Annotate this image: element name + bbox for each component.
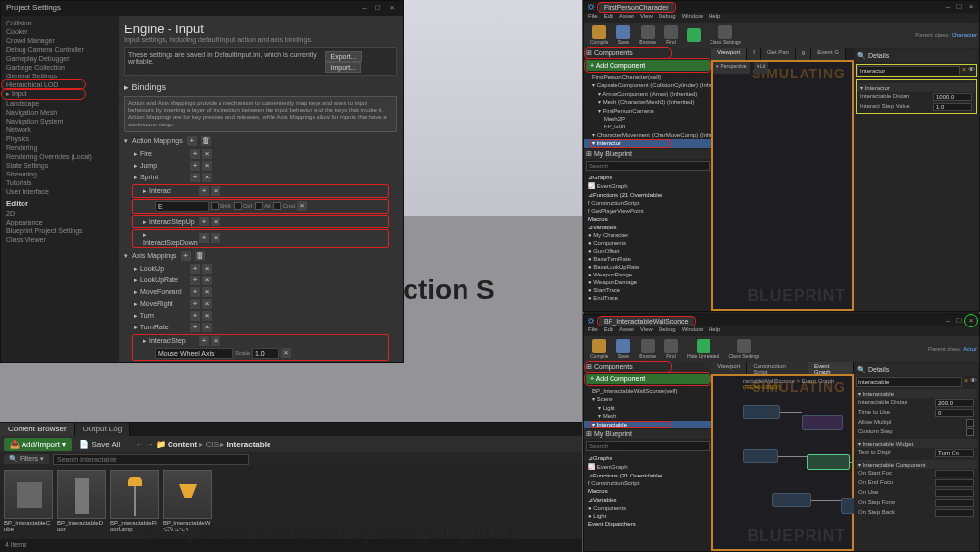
sidebar-item-debug-camera-controller[interactable]: Debug Camera Controller [4, 45, 116, 54]
sidebar-item-general-settings[interactable]: General Settings [4, 72, 116, 80]
sidebar-item-network[interactable]: Network [4, 125, 116, 134]
toolbar-class-settings[interactable]: Class Settings [724, 338, 763, 360]
component-node[interactable]: ▾ Interactable [584, 421, 711, 428]
viewport-tab[interactable]: Event Graph [808, 362, 854, 374]
action-name[interactable]: ▸ Sprint [134, 174, 188, 181]
myblueprint-search[interactable] [586, 161, 710, 171]
myblueprint-item[interactable]: f GetPlayerViewPoint [584, 207, 711, 215]
parent-class-link[interactable]: Character [952, 32, 977, 38]
add-key-icon[interactable]: + [190, 311, 200, 321]
myblueprint-item[interactable]: 📈 EventGraph [584, 181, 711, 190]
close-icon[interactable]: × [966, 2, 976, 12]
sidebar-item-blueprint-project-settings[interactable]: Blueprint Project Settings [4, 226, 116, 235]
toolbar-browse[interactable]: Browse [635, 338, 660, 360]
axis-name[interactable]: ▸ MoveRight [134, 300, 188, 308]
sidebar-item-rendering-overrides-(local)[interactable]: Rendering Overrides (Local) [4, 152, 116, 161]
myblueprint-item[interactable]: ● Light [584, 512, 711, 520]
viewport-tab[interactable]: g [796, 48, 811, 60]
search-input[interactable] [53, 454, 249, 465]
component-tree[interactable]: BP_InteractableWallSconce(self)▾ Scene▾ … [584, 386, 711, 429]
export-button[interactable]: Export... [325, 51, 361, 62]
myblueprint-item[interactable]: ⊿Graphs [584, 173, 711, 181]
property-input[interactable] [935, 499, 974, 507]
components-panel-header[interactable]: ⊞ Components [584, 48, 711, 58]
remove-icon[interactable]: × [211, 217, 220, 226]
add-key-icon[interactable]: + [199, 186, 209, 196]
remove-icon[interactable]: × [211, 186, 220, 196]
property-input[interactable] [933, 93, 972, 101]
add-key-icon[interactable]: + [190, 161, 200, 171]
add-import-button[interactable]: 📥 Add/Import ▾ [4, 438, 72, 451]
component-root[interactable]: BP_InteractableWallSconce(self) [584, 387, 711, 395]
remove-icon[interactable]: × [202, 323, 212, 332]
menu-debug[interactable]: Debug [659, 13, 676, 23]
clear-search-icon[interactable]: × [964, 377, 968, 387]
close-icon[interactable]: × [386, 3, 398, 12]
myblueprint-item[interactable]: 📈 EventGraph [584, 462, 711, 471]
remove-icon[interactable]: × [211, 336, 220, 346]
add-key-icon[interactable]: + [190, 276, 200, 285]
details-category[interactable]: ▾ Interactor [858, 83, 975, 92]
maximize-icon[interactable]: □ [955, 2, 964, 12]
component-node[interactable]: ▾ Light [584, 404, 711, 412]
sidebar-item-class-viewer[interactable]: Class Viewer [4, 235, 116, 244]
blueprint-graph[interactable]: ViewportConstruction ScriptEvent Graph r… [711, 362, 854, 551]
import-button[interactable]: Import... [325, 62, 361, 73]
menu-bar[interactable]: FileEditAssetViewDebugWindowHelp [584, 326, 979, 336]
minimize-icon[interactable]: – [943, 316, 953, 326]
remove-icon[interactable]: × [202, 287, 212, 297]
axis-name[interactable]: ▸ MoveForward [134, 288, 188, 296]
menu-window[interactable]: Window [682, 13, 703, 23]
project-settings-titlebar[interactable]: Project Settings – □ × [1, 1, 403, 16]
component-node[interactable]: ▾ FirstPersonCamera [584, 107, 711, 115]
remove-icon[interactable]: × [202, 173, 212, 182]
myblueprint-item[interactable]: ● EndTrace [584, 294, 711, 302]
menu-asset[interactable]: Asset [619, 13, 634, 23]
remove-icon[interactable]: × [202, 299, 212, 309]
myblueprint-item[interactable]: ⊿Graphs [584, 453, 711, 462]
menu-asset[interactable]: Asset [619, 326, 634, 336]
property-checkbox[interactable] [966, 419, 974, 427]
sidebar-item-streaming[interactable]: Streaming [4, 170, 116, 178]
action-name[interactable]: ▸ Interact [143, 187, 197, 195]
component-tree[interactable]: FirstPersonCharacter(self)▾ CapsuleCompo… [584, 73, 711, 149]
property-input[interactable] [935, 509, 974, 517]
component-node[interactable]: ▾ Mesh [584, 412, 711, 420]
myblueprint-item[interactable]: ● WeaponRange [584, 271, 711, 278]
graph-node[interactable] [743, 405, 780, 419]
asset-item[interactable]: BP_InteractableDoor [57, 470, 106, 532]
menu-view[interactable]: View [640, 326, 653, 336]
action-name[interactable]: ▸ Fire [134, 150, 188, 158]
axis-name[interactable]: ▸ Turn [134, 312, 188, 320]
sidebar-item-tutorials[interactable]: Tutorials [4, 178, 116, 187]
menu-edit[interactable]: Edit [604, 326, 613, 336]
sidebar-item-2d[interactable]: 2D [4, 209, 116, 218]
minimize-icon[interactable]: – [943, 2, 953, 12]
sidebar-item-user-interface[interactable]: User Interface [4, 187, 116, 196]
details-category[interactable]: ▾ Interactable [856, 389, 977, 398]
myblueprint-item[interactable]: ● StartTrace [584, 286, 711, 294]
component-node[interactable]: FP_Gun [584, 123, 711, 130]
viewport-tab[interactable]: Get Pan [761, 48, 796, 60]
toolbar-save[interactable]: Save [612, 338, 634, 360]
viewport-tab[interactable]: Event G [811, 48, 846, 60]
component-root[interactable]: FirstPersonCharacter(self) [584, 74, 711, 81]
maximize-icon[interactable]: □ [955, 316, 964, 326]
property-input[interactable] [935, 399, 974, 407]
key-input[interactable] [155, 201, 209, 212]
key-input[interactable] [155, 348, 233, 359]
toolbar-compile[interactable]: Compile [586, 338, 612, 360]
graph-node[interactable] [807, 454, 850, 470]
sidebar-item-slate-settings[interactable]: Slate Settings [4, 161, 116, 170]
sidebar-item-appearance[interactable]: Appearance [4, 218, 116, 226]
add-key-icon[interactable]: + [199, 233, 209, 243]
menu-help[interactable]: Help [709, 326, 720, 336]
menu-edit[interactable]: Edit [604, 13, 613, 23]
viewport-tab[interactable]: Construction Script [747, 362, 808, 374]
add-key-icon[interactable]: + [199, 217, 209, 226]
graph-nodes[interactable] [733, 395, 832, 529]
add-key-icon[interactable]: + [190, 299, 200, 309]
action-name[interactable]: ▸ InteractStepUp [143, 218, 197, 226]
menu-debug[interactable]: Debug [659, 326, 676, 336]
myblueprint-item[interactable]: Macros [584, 215, 711, 223]
